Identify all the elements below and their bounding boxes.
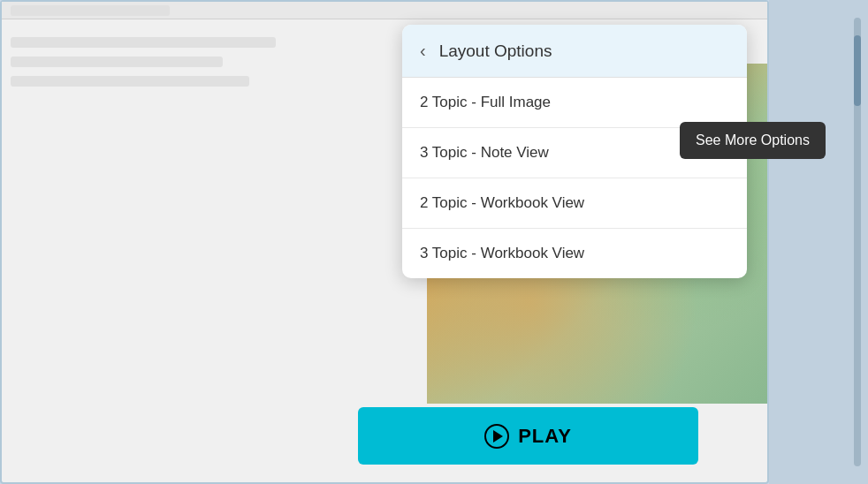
play-button[interactable]: PLAY (358, 407, 698, 465)
scrollbar-track[interactable] (854, 18, 861, 466)
play-icon (484, 424, 509, 449)
top-bar (2, 2, 767, 19)
content-line (11, 5, 170, 16)
content-line-2 (11, 57, 223, 67)
layout-option-2-topic-workbook-view[interactable]: 2 Topic - Workbook View (402, 178, 747, 229)
content-line-1 (11, 37, 276, 48)
dropdown-header: ‹ Layout Options (402, 25, 747, 78)
play-button-label: PLAY (518, 425, 572, 448)
right-panel (769, 0, 868, 484)
layout-option-2-topic-full-image[interactable]: 2 Topic - Full Image (402, 78, 747, 128)
scrollbar-thumb[interactable] (854, 35, 861, 106)
see-more-options-tooltip: See More Options (680, 122, 826, 159)
content-line-3 (11, 76, 249, 87)
back-button[interactable]: ‹ (420, 41, 426, 61)
play-triangle-icon (493, 430, 503, 442)
dropdown-title: Layout Options (439, 42, 552, 61)
play-button-container: PLAY (358, 407, 698, 465)
layout-option-3-topic-workbook-view[interactable]: 3 Topic - Workbook View (402, 229, 747, 278)
